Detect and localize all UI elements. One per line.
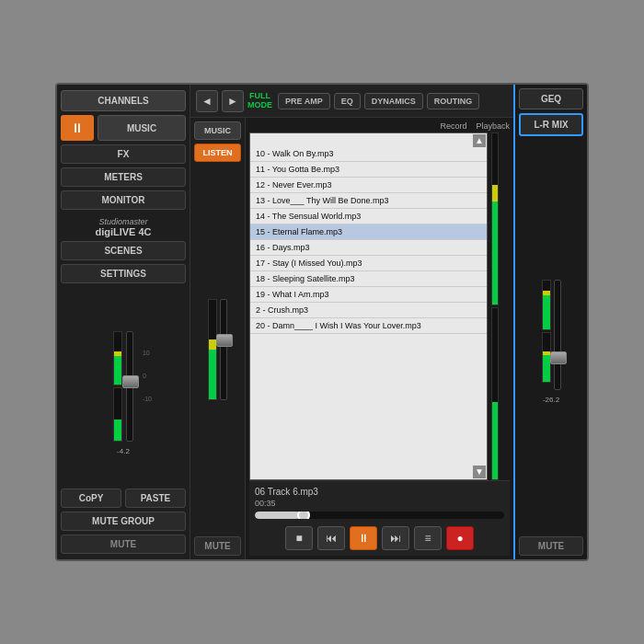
left-fader-container: 10 0 -10 bbox=[109, 316, 137, 445]
channel-fader-knob[interactable] bbox=[216, 334, 233, 347]
right-fader-value: -26.2 bbox=[543, 396, 559, 404]
progress-handle[interactable] bbox=[297, 512, 310, 519]
progress-bar-fill bbox=[255, 512, 300, 519]
track-time: 00:35 bbox=[255, 499, 504, 508]
left-fader-section: 10 0 -10 -4.2 bbox=[61, 287, 186, 485]
playlist-box[interactable]: ▲ 10 - Walk On By.mp311 - You Gotta Be.m… bbox=[249, 132, 488, 480]
playlist-area: Record Playback ▲ 10 - Walk On By.mp311 … bbox=[246, 118, 513, 559]
channel-fader-area bbox=[194, 166, 241, 533]
track-name: 06 Track 6.mp3 bbox=[255, 487, 504, 497]
list-item[interactable]: 17 - Stay (I Missed You).mp3 bbox=[250, 256, 487, 271]
right-fader-track bbox=[554, 280, 561, 390]
left-sidebar: CHANNELS ⏸ MUSIC FX METERS MONITOR Studi… bbox=[57, 85, 190, 559]
list-item[interactable]: 13 - Love___ Thy Will Be Done.mp3 bbox=[250, 193, 487, 209]
list-item[interactable]: 11 - You Gotta Be.mp3 bbox=[250, 162, 487, 178]
digilive-logo: digiLIVE 4C bbox=[95, 226, 151, 237]
logo-area: Studiomaster digiLIVE 4C bbox=[95, 217, 151, 237]
list-item[interactable]: 19 - What I Am.mp3 bbox=[250, 287, 487, 303]
list-item[interactable]: 20 - Damn____ I Wish I Was Your Lover.mp… bbox=[250, 318, 487, 334]
left-mute-button[interactable]: MUTE bbox=[61, 535, 186, 554]
playlist-items: 10 - Walk On By.mp311 - You Gotta Be.mp3… bbox=[250, 146, 487, 334]
mute-group-button[interactable]: MUTE GROUP bbox=[61, 512, 186, 531]
play-pause-button[interactable]: ⏸ bbox=[61, 115, 94, 141]
right-fader-section: -26.2 bbox=[519, 140, 583, 529]
scroll-down-button[interactable]: ▼ bbox=[473, 466, 486, 478]
right-panel: GEQ L-R MIX bbox=[513, 85, 587, 559]
paste-button[interactable]: PASTE bbox=[125, 489, 186, 508]
list-item[interactable]: 14 - The Sensual World.mp3 bbox=[250, 209, 487, 224]
copy-paste-row: CoPY PASTE bbox=[61, 489, 186, 508]
routing-button[interactable]: ROUTING bbox=[427, 93, 480, 109]
transport-controls: ■ ⏮ ⏸ ⏭ ≡ ● bbox=[255, 526, 504, 550]
dynamics-button[interactable]: DYNAMICS bbox=[364, 93, 423, 109]
right-vu-1 bbox=[491, 132, 499, 305]
play-music-row: ⏸ MUSIC bbox=[61, 115, 186, 141]
copy-button[interactable]: CoPY bbox=[61, 489, 121, 508]
meters-button[interactable]: METERS bbox=[61, 167, 186, 187]
eq-button[interactable]: EQ bbox=[334, 93, 361, 109]
right-vu-meters bbox=[491, 132, 510, 480]
right-vu-2 bbox=[491, 307, 499, 480]
right-fader-knob[interactable] bbox=[550, 351, 567, 364]
list-item[interactable]: 15 - Eternal Flame.mp3 bbox=[250, 224, 487, 240]
settings-button[interactable]: SETTINGS bbox=[61, 264, 186, 283]
menu-button[interactable]: ≡ bbox=[414, 526, 442, 550]
right-vu-bar-1 bbox=[542, 280, 551, 330]
main-area: ◄ ► FULL MODE PRE AMP EQ DYNAMICS ROUTIN… bbox=[190, 85, 513, 559]
playback-label: Playback bbox=[476, 121, 510, 131]
prev-button[interactable]: ⏮ bbox=[317, 526, 345, 550]
right-mute-button[interactable]: MUTE bbox=[519, 536, 583, 556]
channel-mute-button[interactable]: MUTE bbox=[194, 536, 241, 556]
list-item[interactable]: 18 - Sleeping Satellite.mp3 bbox=[250, 271, 487, 287]
list-item[interactable]: 10 - Walk On By.mp3 bbox=[250, 146, 487, 162]
player-controls-area: 06 Track 6.mp3 00:35 ■ ⏮ ⏸ ⏭ ≡ ● bbox=[249, 480, 510, 556]
vu-bar-left-2 bbox=[113, 387, 122, 442]
channels-button[interactable]: CHANNELS bbox=[61, 90, 186, 111]
nav-back-button[interactable]: ◄ bbox=[196, 90, 218, 112]
vu-bar-left-1 bbox=[113, 331, 122, 385]
channel-vu-bar-1 bbox=[208, 299, 217, 400]
stop-button[interactable]: ■ bbox=[285, 526, 313, 550]
nav-forward-button[interactable]: ► bbox=[222, 90, 244, 112]
geq-button[interactable]: GEQ bbox=[519, 88, 583, 109]
channel-fader-track bbox=[220, 299, 227, 400]
content-area: MUSIC LISTEN MU bbox=[190, 118, 513, 559]
channel-music-button[interactable]: MUSIC bbox=[194, 121, 241, 140]
scenes-button[interactable]: SCENES bbox=[61, 241, 186, 260]
next-button[interactable]: ⏭ bbox=[382, 526, 409, 550]
music-label[interactable]: MUSIC bbox=[98, 115, 186, 141]
record-button[interactable]: ● bbox=[446, 526, 474, 550]
left-fader-track bbox=[126, 331, 133, 442]
channel-strip: MUSIC LISTEN MU bbox=[190, 118, 246, 559]
monitor-button[interactable]: MONITOR bbox=[61, 190, 186, 210]
play-pause-icon: ⏸ bbox=[71, 121, 84, 135]
list-item[interactable]: 16 - Days.mp3 bbox=[250, 240, 487, 256]
top-bar: ◄ ► FULL MODE PRE AMP EQ DYNAMICS ROUTIN… bbox=[190, 85, 513, 118]
studiomaster-logo: Studiomaster bbox=[95, 217, 151, 226]
fx-button[interactable]: FX bbox=[61, 144, 186, 164]
listen-button[interactable]: LISTEN bbox=[194, 144, 241, 162]
lr-mix-button[interactable]: L-R MIX bbox=[519, 113, 583, 136]
full-mode-label: FULL MODE bbox=[247, 92, 272, 110]
right-vu-container bbox=[538, 265, 565, 394]
pre-amp-button[interactable]: PRE AMP bbox=[278, 93, 330, 109]
left-fader-knob[interactable] bbox=[122, 375, 139, 388]
play-pause-transport-button[interactable]: ⏸ bbox=[350, 526, 377, 550]
progress-bar[interactable] bbox=[255, 512, 504, 519]
list-item[interactable]: 2 - Crush.mp3 bbox=[250, 303, 487, 318]
record-playback-row: Record Playback bbox=[249, 121, 510, 131]
left-fader-value: -4.2 bbox=[117, 447, 130, 455]
list-item[interactable]: 12 - Never Ever.mp3 bbox=[250, 178, 487, 193]
record-label: Record bbox=[440, 121, 466, 131]
scroll-up-button[interactable]: ▲ bbox=[473, 134, 486, 147]
app-container: CHANNELS ⏸ MUSIC FX METERS MONITOR Studi… bbox=[55, 83, 589, 561]
